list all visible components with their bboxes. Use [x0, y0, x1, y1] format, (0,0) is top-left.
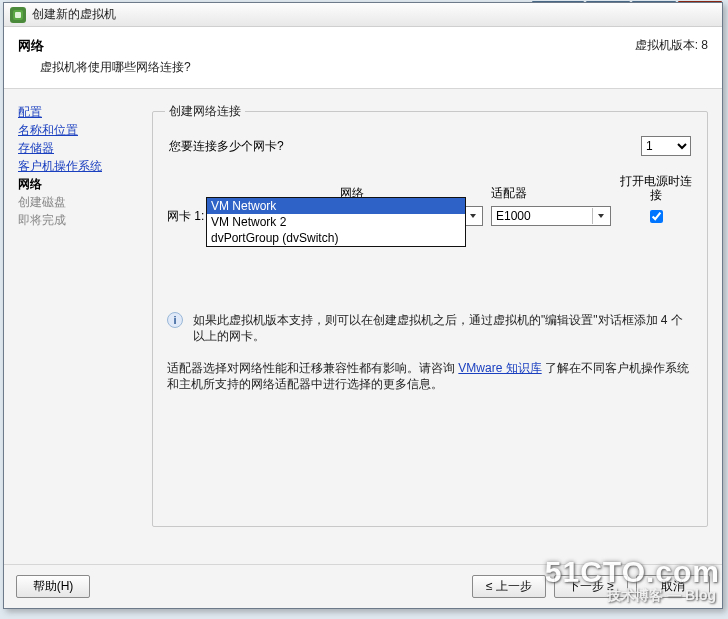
sidebar-item-ready: 即将完成 [18, 211, 140, 229]
vm-version-label: 虚拟机版本: 8 [635, 37, 708, 54]
network-option-dvportgroup[interactable]: dvPortGroup (dvSwitch) [207, 230, 465, 246]
col-header-connect: 打开电源时连接 [619, 174, 693, 202]
back-button[interactable]: ≤ 上一步 [472, 575, 546, 598]
info-icon: i [167, 312, 183, 328]
sidebar-item-name-loc[interactable]: 名称和位置 [18, 121, 140, 139]
nic-count-question: 您要连接多少个网卡? [169, 138, 284, 155]
sidebar-item-network: 网络 [18, 175, 140, 193]
wizard-dialog: 创建新的虚拟机 网络 虚拟机将使用哪些网络连接? 虚拟机版本: 8 配置 名称和… [3, 2, 723, 609]
wizard-main-pane: 创建网络连接 您要连接多少个网卡? 1 网络 适配器 打开电源时连接 网卡 1: [150, 103, 710, 558]
network-option-vmnetwork[interactable]: VM Network [207, 198, 465, 214]
wizard-steps-sidebar: 配置 名称和位置 存储器 客户机操作系统 网络 创建磁盘 即将完成 [16, 103, 140, 558]
dialog-title: 创建新的虚拟机 [32, 6, 116, 23]
wizard-footer: 帮助(H) ≤ 上一步 下一步 ≥ 取消 [4, 564, 722, 608]
info-block: i 如果此虚拟机版本支持，则可以在创建虚拟机之后，通过虚拟机的"编辑设置"对话框… [167, 312, 693, 344]
chevron-down-icon [464, 208, 480, 224]
help-button[interactable]: 帮助(H) [16, 575, 90, 598]
vmware-icon [10, 7, 26, 23]
adapter-note-pre: 适配器选择对网络性能和迁移兼容性都有影响。请咨询 [167, 361, 458, 375]
nic1-connect-checkbox[interactable] [650, 210, 663, 223]
vmware-kb-link[interactable]: VMware 知识库 [458, 361, 541, 375]
page-subtitle: 虚拟机将使用哪些网络连接? [40, 59, 708, 76]
network-groupbox: 创建网络连接 您要连接多少个网卡? 1 网络 适配器 打开电源时连接 网卡 1: [152, 103, 708, 527]
groupbox-legend: 创建网络连接 [165, 103, 245, 120]
network-option-vmnetwork2[interactable]: VM Network 2 [207, 214, 465, 230]
nic1-adapter-value: E1000 [496, 209, 531, 223]
nic1-network-dropdown[interactable]: VM Network VM Network 2 dvPortGroup (dvS… [206, 197, 466, 247]
sidebar-item-config[interactable]: 配置 [18, 103, 140, 121]
wizard-header: 网络 虚拟机将使用哪些网络连接? 虚拟机版本: 8 [4, 27, 722, 89]
wizard-body: 配置 名称和位置 存储器 客户机操作系统 网络 创建磁盘 即将完成 创建网络连接… [4, 89, 722, 564]
info-text: 如果此虚拟机版本支持，则可以在创建虚拟机之后，通过虚拟机的"编辑设置"对话框添加… [193, 312, 693, 344]
next-button[interactable]: 下一步 ≥ [554, 575, 628, 598]
page-title: 网络 [18, 37, 708, 55]
nic-count-select[interactable]: 1 [641, 136, 691, 156]
svg-rect-1 [15, 12, 21, 18]
dialog-titlebar[interactable]: 创建新的虚拟机 [4, 3, 722, 27]
adapter-note: 适配器选择对网络性能和迁移兼容性都有影响。请咨询 VMware 知识库 了解在不… [167, 360, 693, 392]
col-header-adapter: 适配器 [491, 185, 611, 202]
sidebar-item-disk: 创建磁盘 [18, 193, 140, 211]
sidebar-item-guestos[interactable]: 客户机操作系统 [18, 157, 140, 175]
chevron-down-icon [592, 208, 608, 224]
nic1-adapter-combo[interactable]: E1000 [491, 206, 611, 226]
sidebar-item-storage[interactable]: 存储器 [18, 139, 140, 157]
cancel-button[interactable]: 取消 [636, 575, 710, 598]
